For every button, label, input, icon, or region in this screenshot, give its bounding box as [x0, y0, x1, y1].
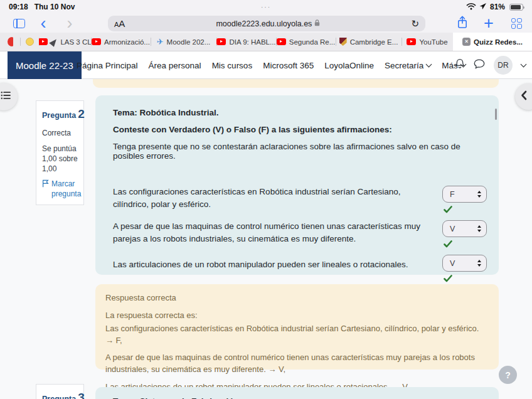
question-instruction: Conteste con Verdadero (V) o Falso (F) a… — [113, 125, 487, 134]
youtube-favicon — [92, 38, 101, 45]
select-arrows-icon — [477, 260, 481, 267]
browser-tab-active[interactable]: ×Quizz Redes... — [453, 33, 532, 51]
browser-tab[interactable] — [0, 33, 20, 51]
quiz-page: Pregunta2 Correcta Se puntúa 1,00 sobre … — [0, 79, 532, 399]
share-icon — [457, 16, 468, 31]
tab-strip: LAS 3 CL Armonizació... ✈Moodle 202... D… — [0, 33, 532, 51]
user-avatar[interactable]: DR — [494, 56, 513, 75]
forward-button[interactable]: › — [63, 14, 77, 33]
youtube-favicon — [407, 38, 416, 45]
wifi-icon — [466, 3, 476, 12]
nav-loyolaonline[interactable]: LoyolaOnline — [324, 61, 374, 70]
tab-title: LAS 3 CL — [60, 38, 91, 46]
statement-row: Las configuraciones características en R… — [113, 186, 487, 216]
browser-tab[interactable]: Segunda Re... — [276, 33, 336, 51]
notifications-bell-icon[interactable] — [455, 58, 465, 72]
tab-title: Segunda Re... — [289, 38, 336, 46]
sidebar-toggle-button[interactable] — [11, 14, 27, 33]
safari-toolbar: ‹ › AA moodle2223.edu.uloyola.es ↻ + — [0, 14, 532, 33]
feedback-line: Las configuraciones características en R… — [105, 323, 489, 347]
nav-microsoft-365[interactable]: Microsoft 365 — [263, 61, 314, 70]
nav-area-personal[interactable]: Área personal — [149, 61, 201, 70]
flag-icon — [42, 179, 49, 191]
browser-tab[interactable]: LAS 3 CL — [39, 33, 91, 51]
youtube-favicon — [39, 38, 48, 45]
tabs-grid-icon — [511, 18, 522, 29]
nav-mis-cursos[interactable]: Mis cursos — [212, 61, 253, 70]
browser-tab[interactable]: Cambridge E... — [336, 33, 402, 51]
lock-icon — [314, 19, 320, 28]
correct-check-icon — [444, 274, 487, 285]
youtube-favicon — [216, 38, 226, 45]
cambridge-shield-favicon — [339, 38, 347, 46]
tab-title: Armonizació... — [104, 38, 150, 46]
scrollbar[interactable] — [495, 109, 497, 120]
multitask-dots-icon: ··· — [0, 4, 532, 11]
sidebar-icon — [13, 19, 25, 28]
answer-select-2[interactable]: V — [442, 220, 487, 237]
statement-text: A pesar de que las maquinas de control n… — [113, 220, 437, 246]
browser-tab[interactable]: YouTube — [402, 33, 453, 51]
messages-chat-icon[interactable] — [474, 59, 485, 72]
tabs-overview-button[interactable] — [509, 14, 524, 33]
moodle-brand-logo[interactable]: Moodle 22-23 — [8, 51, 82, 79]
question-2-body: Tema: Robótica Industrial. Conteste con … — [95, 95, 499, 275]
feedback-intro: La respuesta correcta es: — [105, 310, 489, 322]
tab-title: Quizz Redes... — [474, 38, 523, 46]
help-button[interactable]: ? — [499, 366, 517, 384]
youtube-favicon — [277, 38, 286, 45]
clock: 09:18 — [9, 3, 28, 11]
location-icon — [479, 3, 487, 12]
emoji-favicon — [26, 38, 34, 46]
list-icon — [1, 91, 11, 102]
answer-select-1[interactable]: F — [442, 186, 487, 203]
battery-icon — [509, 4, 523, 11]
answer-select-3[interactable]: V — [442, 255, 487, 272]
user-menu-chevron-icon[interactable] — [521, 61, 527, 68]
question-2-feedback: Respuesta correcta La respuesta correcta… — [95, 284, 499, 370]
question-state: Correcta — [42, 128, 78, 138]
moodle-navbar: Moodle 22-23 Página Principal Área perso… — [0, 51, 532, 79]
text-size-button[interactable]: AA — [114, 18, 125, 29]
question-grade: Se puntúa 1,00 sobre 1,00 — [42, 144, 78, 174]
correct-check-icon — [444, 239, 487, 250]
question-3-info-panel: Pregunta3 — [36, 384, 84, 399]
share-button[interactable] — [455, 14, 470, 33]
nav-secretaria-dropdown[interactable]: Secretaría — [385, 61, 431, 70]
chevron-down-icon — [426, 61, 432, 68]
statement-text: Las configuraciones características en R… — [113, 186, 437, 211]
browser-tab[interactable] — [20, 33, 39, 51]
rocket-icon — [50, 37, 59, 47]
browser-tab[interactable]: DIA 9: HABL... — [216, 33, 276, 51]
statement-row: A pesar de que las maquinas de control n… — [113, 220, 487, 250]
select-arrows-icon — [477, 225, 481, 232]
flag-question-link[interactable]: Marcar pregunta — [42, 179, 78, 199]
feedback-heading: Respuesta correcta — [105, 292, 489, 304]
address-bar[interactable]: AA moodle2223.edu.uloyola.es ↻ — [108, 16, 425, 31]
question-number-heading: Pregunta2 — [42, 106, 78, 122]
url-text: moodle2223.edu.uloyola.es — [216, 19, 312, 28]
status-bar: 09:18 Thu 10 Nov ··· 81% — [0, 0, 532, 14]
question-topic: Tema: Sistemas de Fabricación — [113, 396, 487, 399]
close-tab-icon[interactable]: × — [462, 38, 471, 46]
date: Thu 10 Nov — [35, 3, 75, 11]
browser-tab[interactable]: Armonizació... — [91, 33, 151, 51]
question-topic: Tema: Robótica Industrial. — [113, 108, 487, 117]
chevron-left-icon — [521, 90, 527, 103]
statement-text: Las articulaciones de un robot manipulad… — [113, 258, 437, 271]
reload-button[interactable]: ↻ — [411, 18, 419, 29]
question-number-heading: Pregunta3 — [42, 390, 78, 399]
question-3-body: Tema: Sistemas de Fabricación — [95, 387, 499, 399]
correct-check-icon — [444, 205, 487, 216]
blocks-drawer-toggle[interactable] — [515, 83, 532, 110]
nav-pagina-principal[interactable]: Página Principal — [77, 61, 138, 70]
question-note: Tenga presente que no se contestarán acl… — [113, 142, 487, 161]
browser-tab[interactable]: ✈Moodle 202... — [151, 33, 216, 51]
new-tab-button[interactable]: + — [481, 14, 496, 33]
site-favicon — [8, 37, 13, 46]
quiz-index-drawer-toggle[interactable] — [0, 83, 18, 110]
ipad-screen: 09:18 Thu 10 Nov ··· 81% ‹ › AA moodle22… — [0, 0, 532, 399]
tab-title: DIA 9: HABL... — [229, 38, 275, 46]
tab-title: Moodle 202... — [167, 38, 211, 46]
back-button[interactable]: ‹ — [36, 14, 50, 33]
